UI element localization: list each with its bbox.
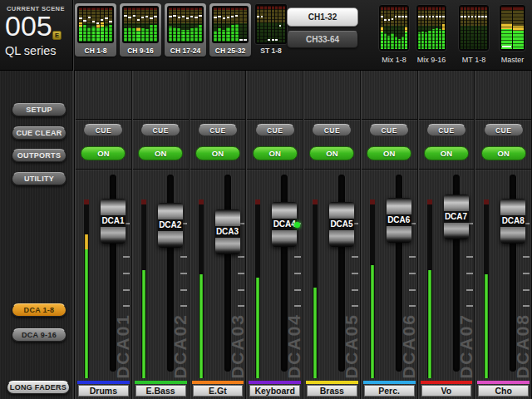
meter-block-ch-17-24[interactable]: CH 17-24 <box>165 3 206 57</box>
meter-bar-fill <box>384 33 387 49</box>
meter-bar-fill <box>87 27 91 42</box>
sidebar-button-utility[interactable]: UTILITY <box>12 172 66 185</box>
meter-block-ch-9-16[interactable]: CH 9-16 <box>120 3 161 57</box>
meter-green-fill <box>485 274 488 378</box>
fader-strip-dca6: CUEONDCA06DCA6Perc. <box>361 71 418 399</box>
meter-bar-fill <box>101 22 104 42</box>
meter-bar-fill <box>83 25 86 42</box>
cue-button-dca4[interactable]: CUE <box>255 124 295 136</box>
on-button-dca3[interactable]: ON <box>195 146 240 160</box>
channel-name-keyboard[interactable]: Keyboard <box>249 385 300 397</box>
fader-scale-tick <box>466 305 473 307</box>
sidebar-button-cue-clear[interactable]: CUE CLEAR <box>12 126 66 140</box>
cue-button-dca2[interactable]: CUE <box>140 124 180 136</box>
meter-bar-6 <box>235 7 239 42</box>
meter-bar-1 <box>418 7 421 49</box>
meter-clip-cap <box>255 200 260 204</box>
channel-color-stripe <box>363 381 416 384</box>
meter-bar-fill <box>154 25 157 42</box>
channel-name-drums[interactable]: Drums <box>78 385 129 397</box>
fader-scale-tick <box>123 289 130 291</box>
meter-block-mix-1-8[interactable]: Mix 1-8 <box>378 3 410 64</box>
cue-button-dca8[interactable]: CUE <box>484 124 524 136</box>
fader-knob-dca7[interactable]: DCA7 <box>444 195 469 239</box>
meter-bar-fill <box>442 24 445 49</box>
meter-bar-8 <box>485 7 487 49</box>
cue-button-dca1[interactable]: CUE <box>83 124 123 136</box>
meter-bar-1 <box>257 6 259 42</box>
cue-button-dca7[interactable]: CUE <box>426 124 466 136</box>
meter-bar-fill <box>235 24 239 42</box>
fader-knob-dca1[interactable]: DCA1 <box>101 199 126 244</box>
meter-block-mt-1-8[interactable]: MT 1-8 <box>458 3 490 64</box>
on-button-dca6[interactable]: ON <box>367 146 411 160</box>
channel-name-e-bass[interactable]: E.Bass <box>135 385 186 397</box>
cue-button-dca6[interactable]: CUE <box>369 124 409 136</box>
fader-position-mark <box>388 19 391 21</box>
fader-knob-dca6[interactable]: DCA6 <box>387 198 411 243</box>
meter-bar-7 <box>195 7 198 42</box>
sidebar-button-setup[interactable]: SETUP <box>12 103 66 116</box>
on-button-dca8[interactable]: ON <box>481 146 526 160</box>
on-button-dca4[interactable]: ON <box>253 146 298 160</box>
meter-bar-fill <box>425 32 427 49</box>
strip-divider-upper <box>247 119 303 120</box>
fader-knob-dca5[interactable]: DCA5 <box>329 202 354 247</box>
strip-divider-lower <box>419 169 475 170</box>
meter-bar-fill <box>145 29 149 42</box>
channel-color-stripe <box>306 381 358 384</box>
on-button-dca7[interactable]: ON <box>424 146 469 160</box>
meter-bar-fill <box>132 28 135 42</box>
fader-position-mark <box>195 17 197 18</box>
meter-bar-fill <box>398 39 401 49</box>
meter-bar-8 <box>109 7 112 42</box>
fader-position-mark <box>475 16 477 17</box>
meter-bar-fill <box>405 27 407 49</box>
sidebar-button-dca-1-8[interactable]: DCA 1-8 <box>12 303 66 317</box>
on-button-dca5[interactable]: ON <box>309 146 354 160</box>
channel-name-brass[interactable]: Brass <box>307 385 357 397</box>
meter-bar-1 <box>124 7 127 42</box>
meter-bar-6 <box>398 7 401 49</box>
meter-block-mix-9-16[interactable]: Mix 9-16 <box>416 3 447 64</box>
meter-bar-fill <box>231 25 234 42</box>
fader-strip-dca8: CUEONDCA08DCA8Cho <box>475 71 532 399</box>
channel-name-e-gt[interactable]: E.Gt <box>193 385 244 397</box>
strip-id-watermark: DCA05 <box>342 313 360 379</box>
fader-knob-dca4[interactable]: DCA4 <box>272 202 297 247</box>
meter-bar-fill <box>136 27 140 42</box>
bank-button-ch33-64[interactable]: CH33-64 <box>287 31 358 48</box>
fader-knob-dca8[interactable]: DCA8 <box>500 199 525 244</box>
meter-block-st-1-8[interactable]: ST 1-8 <box>254 3 288 57</box>
fader-position-mark <box>401 16 404 17</box>
cue-button-dca3[interactable]: CUE <box>198 124 238 136</box>
fader-scale-tick <box>466 256 473 258</box>
cue-button-dca5[interactable]: CUE <box>312 124 352 136</box>
meter-block-master[interactable]: Master <box>499 3 526 64</box>
fader-position-mark <box>231 16 234 17</box>
meter-bar-5 <box>395 7 397 49</box>
bank-button-ch1-32[interactable]: CH1-32 <box>287 7 358 27</box>
channel-name-perc-[interactable]: Perc. <box>364 385 415 397</box>
meter-block-ch-25-32[interactable]: CH 25-32 <box>209 3 251 57</box>
meter-clip-cap <box>141 200 146 204</box>
sidebar-button-long-faders[interactable]: LONG FADERS <box>7 381 70 394</box>
fader-knob-label: DCA2 <box>158 219 183 231</box>
channel-name-vo[interactable]: Vo <box>421 385 472 397</box>
meter-bar-fill <box>199 25 202 42</box>
on-button-dca2[interactable]: ON <box>138 146 183 160</box>
sidebar-button-dca-9-16[interactable]: DCA 9-16 <box>12 328 66 342</box>
on-button-dca1[interactable]: ON <box>81 146 126 160</box>
channel-name-cho[interactable]: Cho <box>478 385 529 397</box>
strip-id-watermark: DCA03 <box>228 313 246 379</box>
fader-scale-tick <box>409 273 416 274</box>
fader-scale-tick <box>352 256 358 258</box>
fader-knob-dca3[interactable]: DCA3 <box>215 209 240 254</box>
meter-display <box>77 6 114 43</box>
console-model-label: QL series <box>5 44 57 57</box>
meter-bar-7 <box>105 7 108 42</box>
meter-block-ch-1-8[interactable]: CH 1-8 <box>75 3 116 57</box>
fader-knob-dca2[interactable]: DCA2 <box>158 203 183 248</box>
fader-scale-tick <box>180 289 187 291</box>
sidebar-button-outports[interactable]: OUTPORTS <box>12 149 66 162</box>
